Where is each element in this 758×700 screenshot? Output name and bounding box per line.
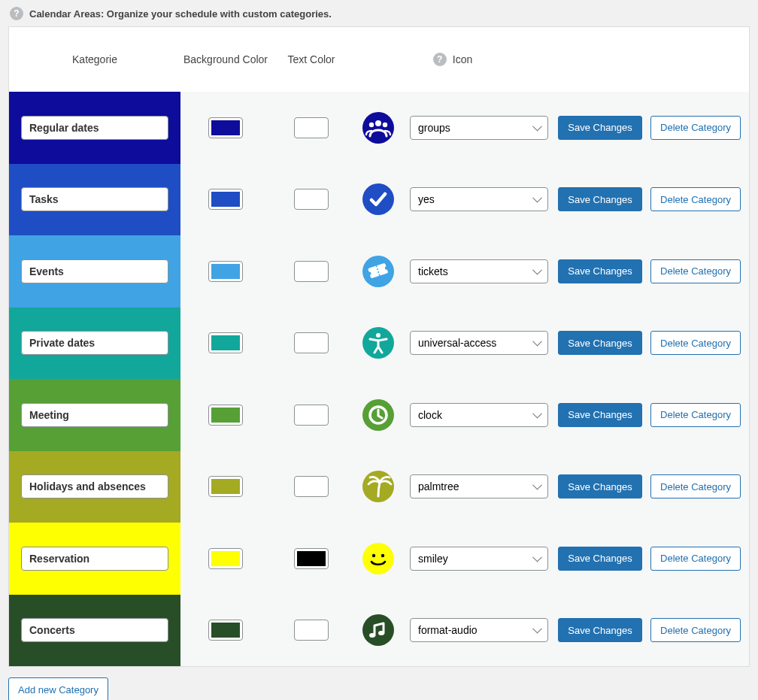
panel-footer: Add new Category — [4, 667, 754, 700]
smiley-icon — [362, 543, 394, 574]
text-color-cell — [271, 164, 352, 236]
icon-preview-cell — [352, 92, 405, 164]
category-name-cell — [9, 451, 180, 523]
text-color-swatch — [297, 120, 326, 135]
table-row: groupsSave ChangesDelete Category — [9, 92, 749, 164]
bg-color-picker[interactable] — [208, 405, 243, 426]
text-color-picker[interactable] — [294, 405, 329, 426]
delete-category-button[interactable]: Delete Category — [650, 187, 741, 211]
delete-category-button[interactable]: Delete Category — [650, 116, 741, 140]
table-row: palmtreeSave ChangesDelete Category — [9, 451, 749, 523]
save-changes-button[interactable]: Save Changes — [558, 116, 641, 140]
icon-select[interactable]: clock — [410, 403, 548, 427]
help-icon[interactable]: ? — [10, 7, 23, 20]
delete-category-button[interactable]: Delete Category — [650, 547, 741, 571]
save-cell: Save Changes — [553, 451, 647, 523]
delete-cell: Delete Category — [647, 164, 744, 236]
category-name-input[interactable] — [21, 403, 168, 427]
category-name-input[interactable] — [21, 259, 168, 283]
category-name-input[interactable] — [21, 187, 168, 211]
text-color-picker[interactable] — [294, 476, 329, 497]
icon-preview-cell — [352, 235, 405, 308]
text-color-cell — [271, 379, 352, 451]
clock-icon — [362, 399, 394, 431]
save-changes-button[interactable]: Save Changes — [558, 547, 641, 571]
delete-cell: Delete Category — [647, 235, 744, 308]
delete-category-button[interactable]: Delete Category — [650, 474, 741, 498]
save-changes-button[interactable]: Save Changes — [558, 474, 641, 498]
bg-color-swatch — [211, 192, 240, 207]
category-name-cell — [9, 164, 180, 236]
text-color-picker[interactable] — [294, 189, 329, 210]
text-color-swatch — [297, 408, 326, 423]
text-color-swatch — [297, 623, 326, 638]
table-row: clockSave ChangesDelete Category — [9, 379, 749, 451]
bg-color-picker[interactable] — [208, 261, 243, 282]
save-changes-button[interactable]: Save Changes — [558, 618, 641, 642]
icon-select[interactable]: yes — [410, 187, 548, 211]
delete-cell: Delete Category — [647, 595, 744, 667]
bg-color-cell — [180, 164, 271, 236]
save-changes-button[interactable]: Save Changes — [558, 259, 641, 283]
bg-color-picker[interactable] — [208, 548, 243, 569]
text-color-cell — [271, 523, 352, 595]
add-category-button[interactable]: Add new Category — [8, 677, 108, 700]
universal-access-icon — [362, 327, 394, 359]
category-name-input[interactable] — [21, 474, 168, 498]
category-name-input[interactable] — [21, 618, 168, 642]
col-header-bg: Background Color — [180, 53, 271, 65]
bg-color-picker[interactable] — [208, 332, 243, 353]
save-changes-button[interactable]: Save Changes — [558, 187, 641, 211]
text-color-cell — [271, 235, 352, 308]
text-color-picker[interactable] — [294, 332, 329, 353]
bg-color-cell — [180, 451, 271, 523]
icon-select[interactable]: groups — [410, 116, 548, 140]
text-color-picker[interactable] — [294, 548, 329, 569]
bg-color-swatch — [211, 264, 240, 279]
save-changes-button[interactable]: Save Changes — [558, 403, 641, 427]
icon-select[interactable]: format-audio — [410, 618, 548, 642]
text-color-picker[interactable] — [294, 261, 329, 282]
table-header: Kategorie Background Color Text Color ? … — [9, 27, 749, 92]
category-name-cell — [9, 379, 180, 451]
category-name-input[interactable] — [21, 331, 168, 355]
text-color-swatch — [297, 479, 326, 494]
table-row: universal-accessSave ChangesDelete Categ… — [9, 308, 749, 380]
text-color-cell — [271, 92, 352, 164]
bg-color-cell — [180, 523, 271, 595]
delete-category-button[interactable]: Delete Category — [650, 618, 741, 642]
icon-select-cell: palmtree — [405, 451, 553, 523]
bg-color-picker[interactable] — [208, 476, 243, 497]
icon-select[interactable]: universal-access — [410, 331, 548, 355]
col-header-text: Text Color — [271, 53, 352, 65]
delete-category-button[interactable]: Delete Category — [650, 259, 741, 283]
text-color-picker[interactable] — [294, 620, 329, 641]
bg-color-swatch — [211, 120, 240, 135]
yes-icon — [362, 183, 394, 215]
col-header-name: Kategorie — [9, 53, 180, 65]
icon-preview-cell — [352, 523, 405, 595]
save-changes-button[interactable]: Save Changes — [558, 331, 641, 355]
table-row: yesSave ChangesDelete Category — [9, 164, 749, 236]
category-name-input[interactable] — [21, 116, 168, 140]
text-color-picker[interactable] — [294, 117, 329, 138]
icon-select-cell: universal-access — [405, 308, 553, 380]
bg-color-picker[interactable] — [208, 117, 243, 138]
category-name-input[interactable] — [21, 547, 168, 571]
palmtree-icon — [362, 471, 394, 502]
text-color-cell — [271, 595, 352, 667]
delete-category-button[interactable]: Delete Category — [650, 403, 741, 427]
bg-color-picker[interactable] — [208, 189, 243, 210]
help-icon[interactable]: ? — [433, 53, 447, 66]
icon-select-cell: format-audio — [405, 595, 553, 667]
delete-cell: Delete Category — [647, 523, 744, 595]
icon-select[interactable]: palmtree — [410, 474, 548, 498]
icon-select[interactable]: smiley — [410, 547, 548, 571]
categories-panel: Kategorie Background Color Text Color ? … — [8, 26, 750, 667]
bg-color-swatch — [211, 335, 240, 350]
icon-preview-cell — [352, 164, 405, 236]
delete-category-button[interactable]: Delete Category — [650, 331, 741, 355]
bg-color-cell — [180, 595, 271, 667]
bg-color-picker[interactable] — [208, 620, 243, 641]
icon-select[interactable]: tickets — [410, 259, 548, 283]
